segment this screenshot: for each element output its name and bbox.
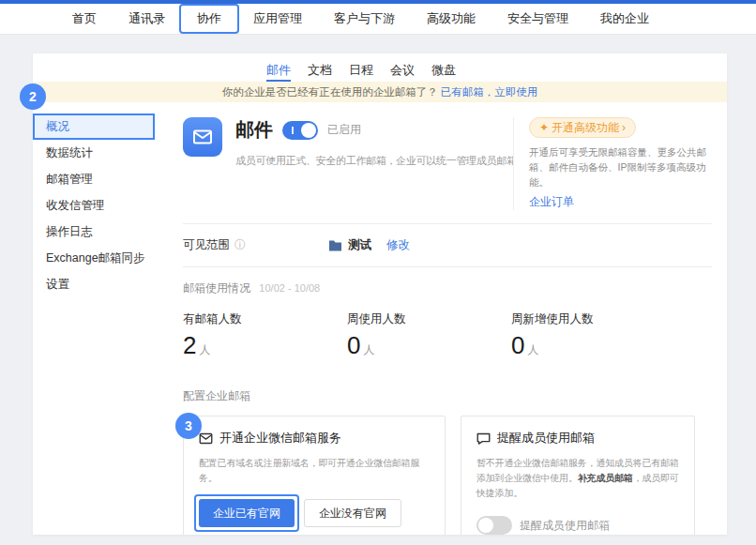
configure-mailbox-section: 配置企业邮箱 开通企业微信邮箱服务 配置已有域名或注册新域名，即可开通企业微信邮… <box>183 388 712 535</box>
sidebar-item-send-receive-management[interactable]: 收发信管理 <box>33 192 155 219</box>
nav-item-contacts[interactable]: 通讯录 <box>129 10 165 27</box>
mail-app-icon <box>183 117 222 157</box>
usage-title: 邮箱使用情况 <box>183 281 250 295</box>
nav-item-collaboration-label: 协作 <box>197 11 221 25</box>
tab-schedule[interactable]: 日程 <box>349 62 373 82</box>
stat-weekly-new-users: 周新增使用人数 0人 <box>511 311 675 360</box>
mail-status-label: 已启用 <box>327 122 361 138</box>
toggle-on-indicator <box>292 127 294 134</box>
nav-item-security-management[interactable]: 安全与管理 <box>507 10 568 27</box>
tab-drive[interactable]: 微盘 <box>431 62 456 82</box>
stat-unit: 人 <box>527 343 538 356</box>
config-section-title: 配置企业邮箱 <box>183 388 712 404</box>
app-tabs: 邮件 文档 日程 会议 微盘 <box>33 53 727 82</box>
usage-stats: 有邮箱人数 2人 周使用人数 0人 周新增使用人数 <box>183 311 712 360</box>
notice-text: 你的企业是否已经有正在使用的企业邮箱了？ <box>222 85 438 99</box>
sidebar: 概况 数据统计 邮箱管理 收发信管理 操作日志 Exchange邮箱同步 设置 <box>33 102 155 535</box>
nav-item-home[interactable]: 首页 <box>72 10 97 27</box>
sidebar-item-settings[interactable]: 设置 <box>33 271 155 297</box>
sidebar-item-mailbox-management[interactable]: 邮箱管理 <box>33 166 155 192</box>
visible-scope-label: 可见范围 <box>183 237 230 253</box>
notice-use-existing-link[interactable]: 已有邮箱，立即使用 <box>441 85 538 99</box>
premium-upgrade-button[interactable]: ✦ 开通高级功能 › <box>529 117 636 138</box>
notice-bar: 你的企业是否已经有正在使用的企业邮箱了？ 已有邮箱，立即使用 <box>33 82 727 102</box>
nav-item-advanced-features[interactable]: 高级功能 <box>427 10 476 27</box>
envelope-icon <box>191 126 214 148</box>
visible-scope-section: 可见范围 ⓘ 测试 修改 <box>183 237 712 253</box>
folder-icon <box>328 239 342 251</box>
top-accent-strip <box>0 0 756 4</box>
mail-header-text: 邮件 已启用 成员可使用正式、安全的工作邮箱，企业可以统一管理成员邮箱。 API <box>235 117 513 168</box>
card-remind-desc: 暂不开通企业微信邮箱服务，通知成员将已有邮箱添加到企业微信中使用。补充成员邮箱，… <box>476 456 679 501</box>
scope-value: 测试 <box>328 237 371 253</box>
annotation-badge-3: 3 <box>175 413 202 439</box>
stat-label: 周使用人数 <box>347 311 511 327</box>
sidebar-item-statistics[interactable]: 数据统计 <box>33 140 155 166</box>
stat-value: 0 <box>347 331 360 359</box>
card-remind-members: 提醒成员使用邮箱 暂不开通企业微信邮箱服务，通知成员将已有邮箱添加到企业微信中使… <box>461 416 695 535</box>
premium-upgrade-label: 开通高级功能 <box>552 120 619 136</box>
main-content: 邮件 已启用 成员可使用正式、安全的工作邮箱，企业可以统一管理成员邮箱。 API <box>155 102 727 535</box>
nav-item-customers-downstream[interactable]: 客户与下游 <box>334 10 395 27</box>
envelope-outline-icon <box>199 432 213 445</box>
nav-item-my-enterprise[interactable]: 我的企业 <box>600 10 649 27</box>
sidebar-item-overview[interactable]: 概况 <box>33 114 155 140</box>
remind-toggle-label: 提醒成员使用邮箱 <box>520 518 610 534</box>
mail-enabled-toggle[interactable] <box>282 121 318 140</box>
stat-value: 2 <box>183 331 196 359</box>
tab-mail[interactable]: 邮件 <box>266 62 291 82</box>
card-remind-title: 提醒成员使用邮箱 <box>497 430 595 447</box>
nav-item-app-management[interactable]: 应用管理 <box>253 10 302 27</box>
remind-members-toggle[interactable] <box>476 516 512 535</box>
card-activate-title: 开通企业微信邮箱服务 <box>219 430 341 447</box>
annotation-badge-2: 2 <box>20 83 46 110</box>
scope-value-text: 测试 <box>348 237 371 253</box>
megaphone-icon <box>476 432 491 445</box>
card-activate-wework-mail: 开通企业微信邮箱服务 配置已有域名或注册新域名，即可开通企业微信邮箱服务。 企业… <box>183 416 446 535</box>
mail-description: 成员可使用正式、安全的工作邮箱，企业可以统一管理成员邮箱。 <box>235 154 513 168</box>
card-activate-desc: 配置已有域名或注册新域名，即可开通企业微信邮箱服务。 <box>199 456 430 486</box>
toggle-knob <box>301 123 316 138</box>
tab-docs[interactable]: 文档 <box>308 62 332 82</box>
sidebar-item-exchange-sync[interactable]: Exchange邮箱同步 <box>33 245 155 271</box>
usage-date-range: 10/02 - 10/08 <box>259 282 320 294</box>
mail-header-section: 邮件 已启用 成员可使用正式、安全的工作邮箱，企业可以统一管理成员邮箱。 API <box>183 117 712 210</box>
premium-promo-box: ✦ 开通高级功能 › 开通后可享受无限邮箱容量、更多公共邮箱、邮件自动备份、IP… <box>513 117 712 210</box>
panel-body: 概况 数据统计 邮箱管理 收发信管理 操作日志 Exchange邮箱同步 设置 <box>33 102 727 535</box>
stat-weekly-users: 周使用人数 0人 <box>347 311 511 360</box>
stat-label: 有邮箱人数 <box>183 311 347 327</box>
divider <box>183 266 712 267</box>
mail-usage-section: 邮箱使用情况 10/02 - 10/08 有邮箱人数 2人 周使用人数 <box>183 280 712 360</box>
has-website-button-label: 企业已有官网 <box>213 507 280 520</box>
sparkle-icon: ✦ <box>539 121 549 134</box>
tab-meeting[interactable]: 会议 <box>390 62 415 82</box>
enterprise-order-link[interactable]: 企业订单 <box>529 194 574 210</box>
toggle-knob <box>478 518 493 533</box>
top-navigation: 首页 通讯录 协作 应用管理 客户与下游 高级功能 安全与管理 我的企业 <box>0 4 756 34</box>
no-website-button[interactable]: 企业没有官网 <box>304 499 401 527</box>
chevron-right-icon: › <box>622 121 626 134</box>
stat-label: 周新增使用人数 <box>511 311 675 327</box>
nav-item-collaboration[interactable]: 协作 <box>197 10 221 27</box>
modify-scope-link[interactable]: 修改 <box>386 237 410 253</box>
stat-mailbox-count: 有邮箱人数 2人 <box>183 311 347 360</box>
stat-value: 0 <box>511 331 524 359</box>
stat-unit: 人 <box>363 343 374 356</box>
page-title: 邮件 <box>235 117 273 143</box>
has-website-button[interactable]: 企业已有官网 <box>199 499 295 527</box>
sidebar-item-overview-label: 概况 <box>46 120 69 133</box>
premium-description: 开通后可享受无限邮箱容量、更多公共邮箱、邮件自动备份、IP限制等多项高级功能。 <box>529 145 712 189</box>
admin-console-page: 首页 通讯录 协作 应用管理 客户与下游 高级功能 安全与管理 我的企业 邮件 … <box>0 0 756 545</box>
mail-admin-panel: 邮件 文档 日程 会议 微盘 你的企业是否已经有正在使用的企业邮箱了？ 已有邮箱… <box>33 53 727 535</box>
stat-unit: 人 <box>199 343 210 356</box>
sidebar-item-operation-logs[interactable]: 操作日志 <box>33 219 155 245</box>
divider <box>183 223 712 224</box>
info-icon[interactable]: ⓘ <box>234 237 246 253</box>
